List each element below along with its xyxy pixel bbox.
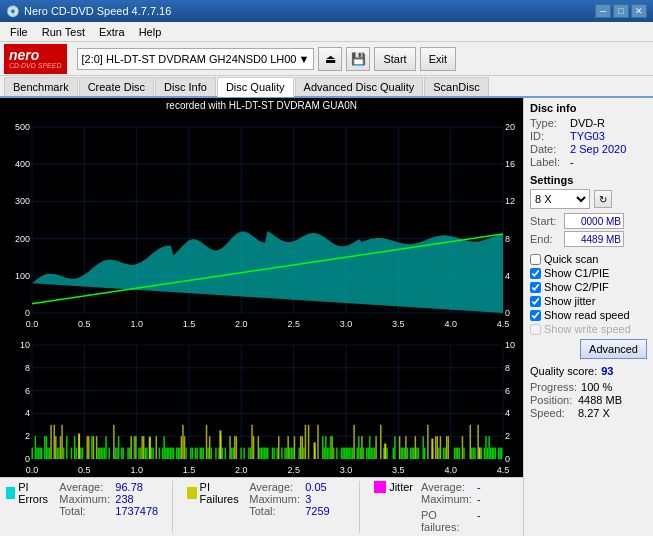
exit-button[interactable]: Exit	[420, 47, 456, 71]
po-failures-label: PO failures:	[421, 509, 473, 533]
date-value: 2 Sep 2020	[570, 143, 626, 155]
menu-bar: File Run Test Extra Help	[0, 22, 653, 42]
type-value: DVD-R	[570, 117, 605, 129]
show-write-speed-checkbox	[530, 324, 541, 335]
tab-disc-info[interactable]: Disc Info	[155, 77, 216, 96]
pi-errors-label: PI Errors	[18, 481, 51, 505]
speed-label: Speed:	[530, 407, 574, 419]
title-bar-text: Nero CD-DVD Speed 4.7.7.16	[24, 5, 171, 17]
menu-extra[interactable]: Extra	[93, 24, 131, 40]
settings-title: Settings	[530, 174, 647, 186]
tab-advanced-disc-quality[interactable]: Advanced Disc Quality	[295, 77, 424, 96]
tab-disc-quality[interactable]: Disc Quality	[217, 77, 294, 97]
show-c1pie-checkbox[interactable]	[530, 268, 541, 279]
pi-avg-label: Average:	[59, 481, 111, 493]
pi-total-value: 1737478	[115, 505, 158, 517]
start-button[interactable]: Start	[374, 47, 415, 71]
tab-scandisc[interactable]: ScanDisc	[424, 77, 488, 96]
show-jitter-label: Show jitter	[544, 295, 595, 307]
pif-max-label: Maximum:	[249, 493, 301, 505]
show-c2pif-label: Show C2/PIF	[544, 281, 609, 293]
show-jitter-checkbox[interactable]	[530, 296, 541, 307]
tab-create-disc[interactable]: Create Disc	[79, 77, 154, 96]
pif-avg-label: Average:	[249, 481, 301, 493]
jitter-max-label: Maximum:	[421, 493, 473, 505]
app-icon: 💿	[6, 5, 20, 18]
pi-failures-group: PI Failures Average: 0.05 Maximum: 3 Tot…	[187, 481, 345, 533]
position-value: 4488 MB	[578, 394, 622, 406]
pi-errors-group: PI Errors Average: 96.78 Maximum: 238 To…	[6, 481, 158, 533]
show-read-speed-label: Show read speed	[544, 309, 630, 321]
jitter-avg-label: Average:	[421, 481, 473, 493]
quick-scan-checkbox[interactable]	[530, 254, 541, 265]
show-c1pie-label: Show C1/PIE	[544, 267, 609, 279]
refresh-button[interactable]: ↻	[594, 190, 612, 208]
jitter-max-value: -	[477, 493, 517, 505]
advanced-button[interactable]: Advanced	[580, 339, 647, 359]
quality-score-row: Quality score: 93	[530, 365, 647, 377]
id-label: ID:	[530, 130, 566, 142]
main-content: recorded with HL-DT-ST DVDRAM GUA0N PI E…	[0, 98, 653, 536]
pi-errors-legend-box	[6, 487, 15, 499]
quality-score-label: Quality score:	[530, 365, 597, 377]
disc-label-label: Label:	[530, 156, 566, 168]
disc-info-title: Disc info	[530, 102, 647, 114]
chart-title: recorded with HL-DT-ST DVDRAM GUA0N	[0, 98, 523, 113]
date-label: Date:	[530, 143, 566, 155]
speed-value: 8.27 X	[578, 407, 610, 419]
id-value: TYG03	[570, 130, 605, 142]
pif-avg-value: 0.05	[305, 481, 345, 493]
po-failures-value: -	[477, 509, 517, 533]
menu-run-test[interactable]: Run Test	[36, 24, 91, 40]
drive-label: [2:0] HL-DT-ST DVDRAM GH24NSD0 LH00	[82, 53, 297, 65]
right-panel: Disc info Type: DVD-R ID: TYG03 Date: 2 …	[523, 98, 653, 536]
pi-total-label: Total:	[59, 505, 111, 517]
quick-scan-label: Quick scan	[544, 253, 598, 265]
type-label: Type:	[530, 117, 566, 129]
pif-max-value: 3	[305, 493, 345, 505]
progress-pct-value: 100 %	[581, 381, 612, 393]
menu-file[interactable]: File	[4, 24, 34, 40]
speed-select[interactable]: 8 X Max 1 X 2 X 4 X 16 X	[530, 189, 590, 209]
position-label: Position:	[530, 394, 574, 406]
stats-area: PI Errors Average: 96.78 Maximum: 238 To…	[0, 477, 523, 536]
show-read-speed-checkbox[interactable]	[530, 310, 541, 321]
menu-help[interactable]: Help	[133, 24, 168, 40]
pif-total-label: Total:	[249, 505, 301, 517]
end-mb-input[interactable]	[564, 231, 624, 247]
toolbar: nero CD·DVD SPEED [2:0] HL-DT-ST DVDRAM …	[0, 42, 653, 76]
progress-pct-label: Progress:	[530, 381, 577, 393]
toolbar-save-icon[interactable]: 💾	[346, 47, 370, 71]
title-bar: 💿 Nero CD-DVD Speed 4.7.7.16 ─ □ ✕	[0, 0, 653, 22]
pi-failures-label: PI Failures	[200, 481, 242, 505]
pi-failures-legend-box	[187, 487, 197, 499]
end-mb-label: End:	[530, 233, 560, 245]
pi-max-value: 238	[115, 493, 155, 505]
chart-area: recorded with HL-DT-ST DVDRAM GUA0N PI E…	[0, 98, 523, 536]
nero-sub-logo: CD·DVD SPEED	[9, 62, 62, 69]
jitter-legend-box	[374, 481, 386, 493]
start-mb-label: Start:	[530, 215, 560, 227]
pi-errors-stats: Average: 96.78 Maximum: 238 Total: 17374…	[59, 481, 158, 517]
quality-score-value: 93	[601, 365, 613, 377]
pif-total-value: 7259	[305, 505, 345, 517]
close-button[interactable]: ✕	[631, 4, 647, 18]
tab-benchmark[interactable]: Benchmark	[4, 77, 78, 96]
jitter-group: Jitter Average: - Maximum: - PO failures…	[374, 481, 517, 533]
pi-max-label: Maximum:	[59, 493, 111, 505]
jitter-label: Jitter	[389, 481, 413, 493]
pi-avg-value: 96.78	[115, 481, 155, 493]
nero-logo: nero	[9, 48, 39, 62]
tab-bar: Benchmark Create Disc Disc Info Disc Qua…	[0, 76, 653, 98]
toolbar-eject-icon[interactable]: ⏏	[318, 47, 342, 71]
minimize-button[interactable]: ─	[595, 4, 611, 18]
progress-section: Progress: 100 % Position: 4488 MB Speed:…	[530, 381, 647, 419]
show-write-speed-label: Show write speed	[544, 323, 631, 335]
disc-label-value: -	[570, 156, 574, 168]
show-c2pif-checkbox[interactable]	[530, 282, 541, 293]
start-mb-input[interactable]	[564, 213, 624, 229]
jitter-avg-value: -	[477, 481, 517, 493]
maximize-button[interactable]: □	[613, 4, 629, 18]
drive-selector[interactable]: [2:0] HL-DT-ST DVDRAM GH24NSD0 LH00 ▼	[77, 48, 315, 70]
main-chart	[0, 113, 523, 477]
